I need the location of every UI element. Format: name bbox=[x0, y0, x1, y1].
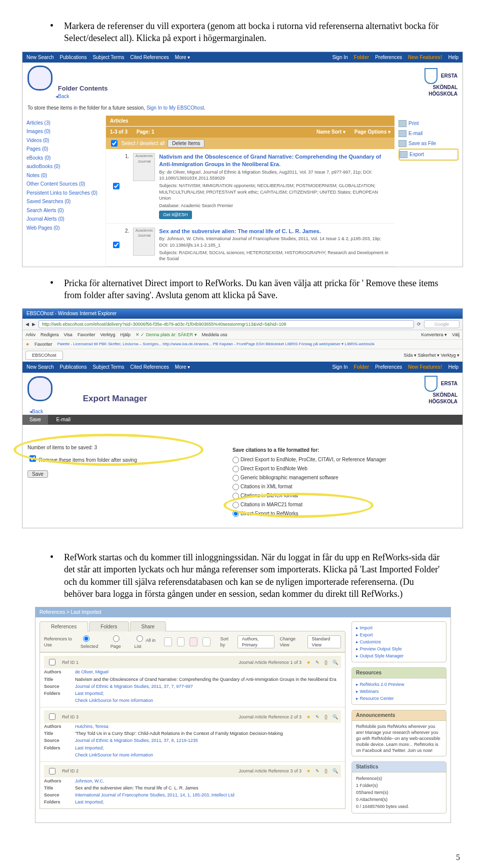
new-icon[interactable] bbox=[177, 637, 185, 646]
sidebar-item[interactable]: Pages (0) bbox=[26, 145, 102, 154]
quick-link[interactable]: ▸ Preview Output Style bbox=[356, 645, 442, 652]
menu-item[interactable]: Arkiv bbox=[26, 332, 36, 338]
select-all-label[interactable]: Select / deselect all bbox=[122, 140, 164, 147]
edit-icon[interactable]: ✎ bbox=[316, 659, 320, 665]
favorites-links[interactable]: Palette - Licenserad till PBK Skrifter, … bbox=[58, 342, 375, 347]
sidebar-item[interactable]: Other Content Sources (0) bbox=[26, 180, 102, 189]
folder-icon[interactable] bbox=[164, 637, 172, 646]
back-link[interactable]: ◂Back bbox=[56, 94, 69, 99]
folder-link[interactable]: Last Imported; bbox=[75, 691, 104, 696]
sort-menu[interactable]: Name Sort ▾ bbox=[316, 129, 346, 136]
delete-icon[interactable] bbox=[190, 637, 198, 646]
ref-checkbox[interactable] bbox=[49, 768, 56, 774]
delete-items-button[interactable]: Delete Items bbox=[168, 139, 204, 148]
tab-folders[interactable]: Folders bbox=[89, 621, 128, 632]
sidebar-item[interactable]: Web Pages (0) bbox=[26, 224, 102, 233]
get-it-button[interactable]: Get it@ESH bbox=[159, 211, 192, 219]
sidebar-item[interactable]: eBooks (0) bbox=[26, 154, 102, 163]
nav-publications[interactable]: Publications bbox=[60, 54, 86, 61]
ref-checkbox[interactable] bbox=[49, 659, 56, 665]
use-selected[interactable] bbox=[83, 635, 90, 642]
nav-help[interactable]: Help bbox=[448, 54, 458, 61]
nav-new-features[interactable]: New Features! bbox=[408, 54, 442, 61]
url-field[interactable]: http://web.ebscohost.com/ehost/delivery?… bbox=[38, 320, 414, 328]
tab-right-tools[interactable]: Sida ▾ Säkerhet ▾ Verktyg ▾ bbox=[404, 352, 460, 358]
article-title[interactable]: Sex and the subversive alien: The moral … bbox=[159, 228, 390, 235]
notify-link[interactable]: Meddela oss bbox=[202, 332, 228, 338]
format-option[interactable]: Direct Export to EndNote Web bbox=[232, 464, 458, 473]
zoom-icon[interactable]: 🔍 bbox=[332, 714, 338, 720]
star-icon[interactable]: ★ bbox=[306, 768, 310, 774]
menu-item[interactable]: Verktyg bbox=[100, 332, 115, 338]
nav-more[interactable]: More ▾ bbox=[175, 54, 190, 61]
forward-icon[interactable]: ▶ bbox=[32, 321, 36, 327]
sidebar-item[interactable]: Notes (0) bbox=[26, 171, 102, 180]
tool-save[interactable]: Save as File bbox=[398, 139, 458, 149]
author-link[interactable]: de Oliver, Miguel bbox=[75, 669, 108, 674]
article-checkbox[interactable] bbox=[113, 155, 120, 217]
menu-item[interactable]: Favoriter bbox=[78, 332, 96, 338]
sidebar-item[interactable]: Articles (3) bbox=[26, 119, 102, 128]
star-icon[interactable]: ★ bbox=[306, 714, 310, 720]
sidebar-item[interactable]: Videos (0) bbox=[26, 136, 102, 145]
tab-references[interactable]: References bbox=[40, 621, 88, 632]
resource-link[interactable]: ▸ RefWorks 2.0 Preview bbox=[356, 681, 442, 688]
format-option[interactable]: Citations in XML format bbox=[232, 482, 458, 491]
tool-print[interactable]: Print bbox=[398, 119, 458, 129]
quick-link[interactable]: ▸ Customize bbox=[356, 638, 442, 645]
menu-item[interactable]: Redigera bbox=[40, 332, 59, 338]
zoom-icon[interactable]: 🔍 bbox=[332, 768, 338, 774]
back-link[interactable]: ◂Back bbox=[30, 408, 462, 415]
print-icon[interactable] bbox=[202, 637, 210, 646]
sort-select[interactable]: Authors, Primary bbox=[238, 635, 275, 648]
ref-checkbox[interactable] bbox=[49, 713, 56, 720]
zoom-icon[interactable]: 🔍 bbox=[332, 659, 338, 665]
quick-link[interactable]: ▸ Export bbox=[356, 631, 442, 638]
cite-icon[interactable]: {} bbox=[324, 714, 328, 720]
tab-save[interactable]: Save bbox=[22, 415, 48, 424]
page-options-menu[interactable]: Page Options ▾ bbox=[354, 129, 390, 136]
nav-preferences[interactable]: Preferences bbox=[375, 54, 402, 61]
sidebar-item[interactable]: Images (0) bbox=[26, 127, 102, 136]
nav-new-search[interactable]: New Search bbox=[26, 54, 54, 61]
star-icon[interactable]: ★ bbox=[306, 659, 310, 665]
view-select[interactable]: Standard View bbox=[308, 635, 341, 648]
valj[interactable]: Välj bbox=[452, 332, 460, 338]
nav-subject-terms[interactable]: Subject Terms bbox=[92, 54, 124, 61]
edit-icon[interactable]: ✎ bbox=[316, 714, 320, 720]
nav-folder[interactable]: Folder bbox=[354, 54, 370, 61]
sidebar-item[interactable]: audioBooks (0) bbox=[26, 162, 102, 171]
tool-export[interactable]: Export bbox=[398, 149, 458, 161]
tab-email[interactable]: E-mail bbox=[50, 415, 78, 424]
sidebar-item[interactable]: Persistent Links to Searches (0) bbox=[26, 189, 102, 198]
format-option[interactable]: Generic bibliographic management softwar… bbox=[232, 473, 458, 482]
source-link[interactable]: Journal of Ethnic & Migration Studies, 2… bbox=[75, 684, 193, 689]
linksource-link[interactable]: Check LinkSource for more information bbox=[75, 698, 153, 703]
article-checkbox[interactable] bbox=[113, 229, 120, 261]
konvertera[interactable]: Konvertera ▾ bbox=[421, 332, 447, 338]
sidebar-item[interactable]: Search Alerts (0) bbox=[26, 206, 102, 215]
nav-cited-references[interactable]: Cited References bbox=[130, 54, 169, 61]
edit-icon[interactable]: ✎ bbox=[316, 768, 320, 774]
cite-icon[interactable]: {} bbox=[324, 768, 328, 774]
save-button[interactable]: Save bbox=[28, 470, 48, 478]
signin-link[interactable]: Sign In to My EBSCOhost bbox=[146, 105, 204, 111]
sidebar-item[interactable]: Saved Searches (0) bbox=[26, 197, 102, 206]
use-page[interactable] bbox=[113, 635, 120, 642]
menu-item[interactable]: Visa bbox=[64, 332, 72, 338]
quick-link[interactable]: ▸ Import bbox=[356, 624, 442, 631]
cite-icon[interactable]: {} bbox=[324, 659, 328, 665]
resource-link[interactable]: ▸ Webinars bbox=[356, 688, 442, 695]
select-all-checkbox[interactable] bbox=[111, 140, 118, 147]
format-option[interactable]: Direct Export to EndNote, ProCite, CITAV… bbox=[232, 455, 458, 464]
article-title[interactable]: Nativism and the Obsolescence of Grand N… bbox=[159, 153, 390, 168]
quick-link[interactable]: ▸ Output Style Manager bbox=[356, 652, 442, 659]
resource-link[interactable]: ▸ Resource Center bbox=[356, 695, 442, 702]
sidebar-item[interactable]: Journal Alerts (0) bbox=[26, 215, 102, 224]
browser-tab[interactable]: EBSCOhost bbox=[26, 351, 63, 360]
tab-share[interactable]: Share bbox=[130, 621, 166, 632]
search-box[interactable]: Google bbox=[424, 320, 460, 328]
tool-email[interactable]: E-mail bbox=[398, 129, 458, 139]
nav-sign-in[interactable]: Sign In bbox=[332, 54, 348, 61]
refresh-icon[interactable]: ⟳ bbox=[417, 321, 421, 327]
